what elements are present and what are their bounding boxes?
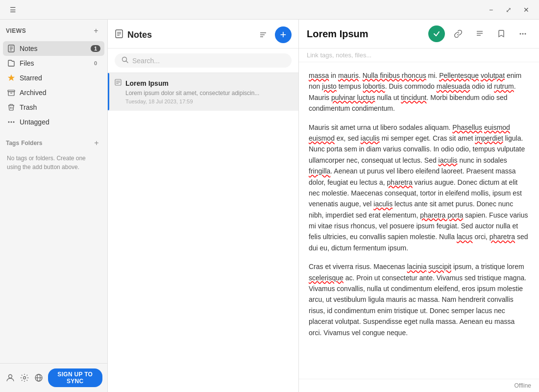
bookmark-button[interactable] xyxy=(493,25,510,42)
svg-point-33 xyxy=(520,33,521,35)
note-item-preview: Lorem ipsum dolor sit amet, consectetur … xyxy=(125,89,287,98)
notes-list: Lorem Ipsum Lorem ipsum dolor sit amet, … xyxy=(108,73,298,111)
sidebar-item-archived[interactable]: Archived xyxy=(3,85,104,100)
note-item-title: Lorem Ipsum xyxy=(125,79,169,87)
notes-panel-header: Notes + xyxy=(108,20,298,49)
link-bar[interactable]: Link tags, notes, files... xyxy=(299,49,539,62)
check-button[interactable] xyxy=(428,25,445,42)
archived-icon xyxy=(7,88,16,97)
starred-label: Starred xyxy=(20,74,100,82)
svg-point-12 xyxy=(8,375,12,378)
sidebar-item-trash[interactable]: Trash xyxy=(3,100,104,115)
paragraph-2: Mauris sit amet urna ut libero sodales a… xyxy=(309,122,529,254)
svg-point-13 xyxy=(23,377,25,379)
views-label: Views xyxy=(6,27,26,34)
sidebar-footer: SIGN UP TO SYNC xyxy=(0,363,107,392)
account-button[interactable] xyxy=(5,371,15,385)
paragraph-1: massa in mauris. Nulla finibus rhoncus m… xyxy=(309,70,529,114)
notes-panel: Notes + xyxy=(108,20,299,392)
files-badge: 0 xyxy=(91,60,100,67)
search-box xyxy=(115,53,292,68)
window-controls: − ⤢ ✕ xyxy=(484,3,533,17)
new-note-button[interactable]: + xyxy=(275,26,292,43)
untagged-icon xyxy=(7,118,16,126)
svg-point-9 xyxy=(11,122,12,123)
editor-title: Lorem Ipsum xyxy=(307,28,423,40)
sync-button[interactable]: SIGN UP TO SYNC xyxy=(48,368,102,387)
offline-status: Offline xyxy=(514,382,531,389)
sidebar-views-header: Views + xyxy=(0,20,107,39)
notes-badge: 1 xyxy=(91,45,100,52)
note-item-header: Lorem Ipsum xyxy=(115,79,292,87)
note-item-icon xyxy=(115,79,122,87)
format-button[interactable] xyxy=(471,25,488,42)
editor-content[interactable]: massa in mauris. Nulla finibus rhoncus m… xyxy=(299,62,539,379)
close-button[interactable]: ✕ xyxy=(519,3,533,17)
files-icon xyxy=(7,59,16,68)
minimize-button[interactable]: − xyxy=(484,3,498,17)
note-item[interactable]: Lorem Ipsum Lorem ipsum dolor sit amet, … xyxy=(108,73,298,111)
search-input[interactable] xyxy=(132,57,285,65)
sidebar-item-starred[interactable]: Starred xyxy=(3,71,104,85)
sidebar-nav: Notes 1 Files 0 Starred xyxy=(0,39,107,131)
note-item-date: Tuesday, 18 Jul 2023, 17:59 xyxy=(125,98,292,104)
titlebar: ☰ − ⤢ ✕ xyxy=(0,0,539,20)
main-container: Views + Notes 1 xyxy=(0,20,539,392)
add-tag-button[interactable]: + xyxy=(92,138,101,148)
trash-icon xyxy=(7,103,16,112)
sidebar-item-files[interactable]: Files 0 xyxy=(3,56,104,71)
sidebar: Views + Notes 1 xyxy=(0,20,108,392)
sidebar-item-untagged[interactable]: Untagged xyxy=(3,115,104,129)
link-button[interactable] xyxy=(450,25,466,42)
svg-point-34 xyxy=(522,33,524,35)
search-icon xyxy=(122,56,128,65)
globe-button[interactable] xyxy=(33,371,44,385)
untagged-label: Untagged xyxy=(20,118,100,126)
tags-label: Tags xyxy=(6,140,19,147)
tags-empty-message: No tags or folders. Create one using the… xyxy=(0,150,107,177)
svg-point-10 xyxy=(8,122,10,123)
menu-button[interactable]: ☰ xyxy=(6,3,20,17)
trash-label: Trash xyxy=(20,103,100,111)
editor-header: Lorem Ipsum xyxy=(299,20,539,49)
svg-line-25 xyxy=(126,61,128,63)
link-placeholder: Link tags, notes, files... xyxy=(307,51,371,59)
starred-icon xyxy=(7,74,16,82)
status-bar: Offline xyxy=(299,379,539,392)
tags-folders-header: Tags Folders + xyxy=(0,131,107,150)
editor-panel: Lorem Ipsum xyxy=(299,20,539,392)
svg-point-11 xyxy=(13,122,15,123)
settings-button[interactable] xyxy=(19,371,29,385)
paragraph-3: Cras et viverra risus. Maecenas lacinia … xyxy=(309,261,529,338)
files-label: Files xyxy=(20,59,87,67)
notes-panel-title: Notes xyxy=(127,30,251,40)
archived-label: Archived xyxy=(20,89,100,97)
search-container xyxy=(108,49,298,73)
sidebar-item-notes[interactable]: Notes 1 xyxy=(3,41,104,56)
sort-button[interactable] xyxy=(255,27,271,43)
svg-marker-4 xyxy=(8,75,15,81)
add-view-button[interactable]: + xyxy=(91,25,101,36)
notes-icon xyxy=(7,44,16,53)
maximize-button[interactable]: ⤢ xyxy=(502,3,515,17)
folders-label: Folders xyxy=(21,140,42,147)
more-button[interactable] xyxy=(514,25,531,42)
notes-panel-icon xyxy=(115,29,123,40)
notes-label: Notes xyxy=(20,45,87,52)
svg-point-35 xyxy=(525,33,526,35)
